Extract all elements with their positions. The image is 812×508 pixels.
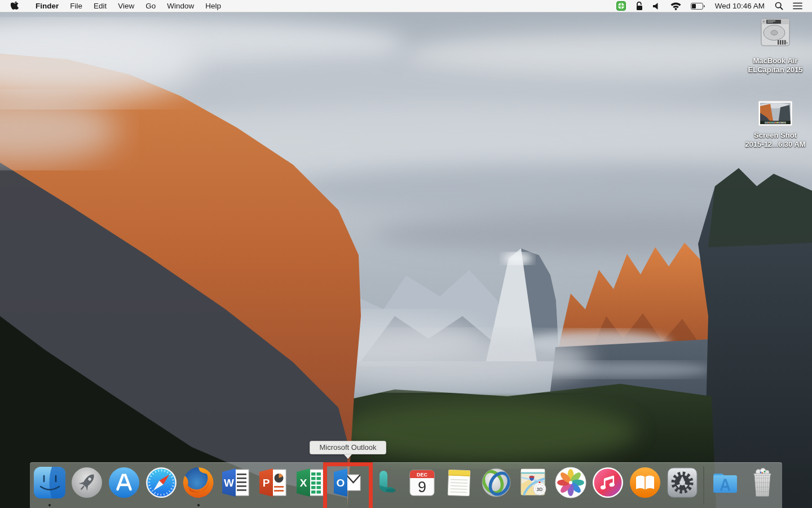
dock-item-applications-folder[interactable]: [709, 466, 742, 499]
dock-item-outlook[interactable]: O: [331, 466, 364, 499]
dock-item-ibooks[interactable]: [629, 466, 661, 499]
notification-center-icon[interactable]: [791, 0, 805, 12]
menu-view[interactable]: View: [112, 0, 140, 12]
finder-running-indicator: [48, 504, 51, 506]
dock-item-finder[interactable]: [33, 466, 66, 499]
desktop-icon-screenshot[interactable]: Screen Shot 2015-12...6.30 AM: [745, 100, 805, 149]
dock-item-maps[interactable]: 3D: [517, 466, 550, 499]
desktop-icon-hard-drive[interactable]: MacBook Air ELCapitan 2015: [748, 17, 803, 75]
wifi-icon[interactable]: [668, 0, 683, 12]
antivirus-shield-icon[interactable]: [614, 0, 628, 12]
menu-edit[interactable]: Edit: [88, 0, 112, 12]
tooltip-text: Microsoft Outlook: [310, 441, 386, 454]
dock-item-calendar[interactable]: DEC 9: [405, 466, 438, 499]
menu-window[interactable]: Window: [161, 0, 200, 12]
dock-item-cisco-anyconnect[interactable]: [480, 466, 513, 499]
tooltip-arrow: [344, 454, 352, 459]
dock: W P: [30, 462, 782, 508]
screenshot-thumbnail-icon: [758, 100, 793, 129]
desktop-icon-area: MacBook Air ELCapitan 2015 Sc: [738, 17, 812, 159]
volume-icon[interactable]: [651, 0, 663, 12]
menu-file[interactable]: File: [64, 0, 88, 12]
dock-item-firefox[interactable]: [182, 466, 215, 499]
maps-3d-badge: 3D: [537, 487, 543, 492]
spotlight-icon[interactable]: [773, 0, 785, 12]
menu-bar: Finder File Edit View Go Window Help: [0, 0, 812, 12]
excel-letter: X: [300, 477, 307, 489]
lock-icon[interactable]: [633, 0, 646, 12]
dock-item-lync[interactable]: [368, 466, 401, 499]
dock-item-notes[interactable]: [443, 466, 475, 499]
drive-label-line2: ELCapitan 2015: [748, 65, 803, 75]
dock-tooltip: Microsoft Outlook: [310, 441, 386, 459]
powerpoint-letter: P: [263, 477, 270, 489]
menu-go[interactable]: Go: [140, 0, 161, 12]
hard-drive-icon: [757, 17, 793, 54]
apple-menu-icon[interactable]: [11, 2, 19, 11]
firefox-running-indicator: [197, 504, 200, 506]
dock-item-launchpad[interactable]: [70, 466, 103, 499]
calendar-month: DEC: [417, 472, 428, 478]
dock-item-safari[interactable]: [145, 466, 178, 499]
calendar-day: 9: [418, 479, 426, 496]
menu-finder[interactable]: Finder: [30, 0, 64, 12]
desktop-wallpaper: [0, 0, 812, 508]
outlook-letter: O: [337, 477, 345, 489]
dock-item-itunes[interactable]: [592, 466, 624, 499]
dock-item-trash[interactable]: [746, 466, 779, 499]
menu-help[interactable]: Help: [200, 0, 227, 12]
battery-icon[interactable]: [689, 0, 707, 12]
screenshot-label-line2: 2015-12...6.30 AM: [745, 140, 805, 149]
dock-item-app-store[interactable]: [108, 466, 140, 499]
menu-bar-clock[interactable]: Wed 10:46 AM: [712, 2, 767, 10]
word-letter: W: [224, 477, 234, 489]
dock-item-powerpoint[interactable]: P: [257, 466, 289, 499]
dock-item-excel[interactable]: X: [294, 466, 326, 499]
screenshot-label-line1: Screen Shot: [745, 131, 805, 140]
drive-label-line1: MacBook Air: [748, 56, 803, 65]
desktop: Finder File Edit View Go Window Help: [0, 0, 812, 508]
dock-divider: [703, 466, 704, 505]
dock-item-photos[interactable]: [554, 466, 587, 499]
dock-item-word[interactable]: W: [219, 466, 252, 499]
dock-item-system-preferences[interactable]: [666, 466, 699, 499]
